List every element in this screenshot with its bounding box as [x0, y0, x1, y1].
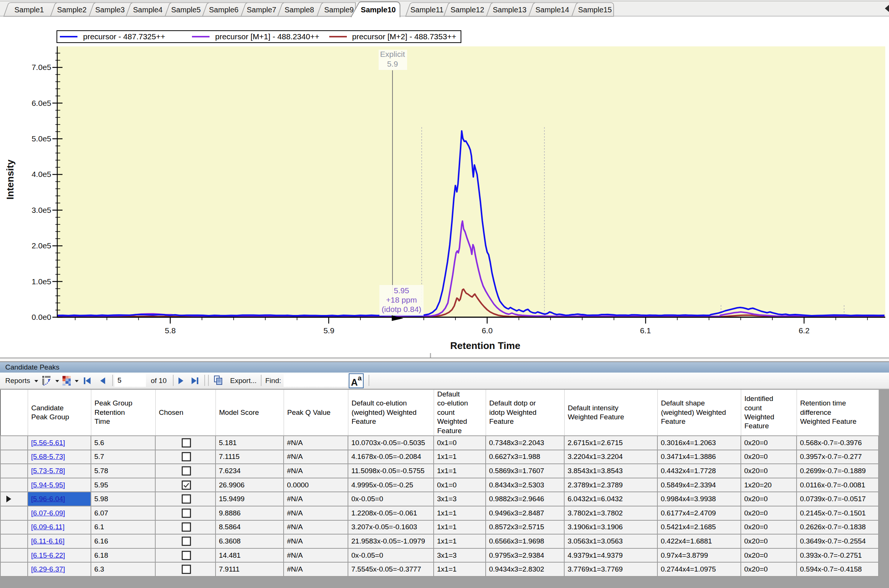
svg-text:Intensity: Intensity [5, 159, 16, 200]
svg-text:Sample3: Sample3 [95, 6, 125, 14]
svg-text:Sample12: Sample12 [451, 6, 484, 14]
svg-text:5.0e5: 5.0e5 [32, 134, 51, 143]
svg-text:Explicit: Explicit [380, 50, 405, 58]
svg-text:Sample10: Sample10 [361, 6, 395, 14]
svg-text:(idotp 0.84): (idotp 0.84) [381, 305, 421, 314]
svg-text:precursor [M+1] - 488.2340++: precursor [M+1] - 488.2340++ [215, 32, 319, 41]
svg-text:Sample13: Sample13 [493, 6, 526, 14]
svg-text:Sample6: Sample6 [209, 6, 239, 14]
svg-text:Sample8: Sample8 [285, 6, 314, 14]
svg-text:Sample5: Sample5 [171, 6, 201, 14]
svg-text:Sample1: Sample1 [15, 6, 44, 14]
svg-text:Retention Time: Retention Time [450, 340, 520, 351]
svg-text:5.9: 5.9 [323, 326, 334, 335]
svg-text:5.9: 5.9 [387, 60, 398, 68]
svg-text:6.0: 6.0 [482, 326, 493, 335]
svg-text:Sample14: Sample14 [535, 6, 569, 14]
svg-text:Sample4: Sample4 [133, 6, 163, 14]
svg-text:3.0e5: 3.0e5 [32, 206, 51, 214]
svg-text:Sample11: Sample11 [410, 6, 444, 14]
svg-text:6.1: 6.1 [640, 326, 651, 335]
svg-text:precursor - 487.7325++: precursor - 487.7325++ [83, 32, 165, 41]
svg-text:precursor [M+2] - 488.7353++: precursor [M+2] - 488.7353++ [352, 32, 456, 41]
svg-text:7.0e5: 7.0e5 [32, 63, 51, 72]
svg-text:6.2: 6.2 [799, 326, 809, 335]
svg-text:Sample15: Sample15 [578, 6, 612, 14]
svg-text:5.95: 5.95 [394, 286, 409, 295]
svg-text:Sample7: Sample7 [247, 6, 276, 14]
svg-text:Sample2: Sample2 [57, 6, 87, 14]
svg-text:Sample9: Sample9 [324, 6, 354, 14]
svg-text:+18 ppm: +18 ppm [386, 296, 417, 304]
svg-text:4.0e5: 4.0e5 [32, 170, 51, 178]
svg-text:1.0e5: 1.0e5 [32, 277, 51, 286]
svg-text:2.0e5: 2.0e5 [32, 241, 51, 250]
svg-text:0.0e0: 0.0e0 [32, 313, 51, 321]
svg-text:6.0e5: 6.0e5 [32, 99, 51, 107]
svg-text:5.8: 5.8 [165, 326, 176, 335]
